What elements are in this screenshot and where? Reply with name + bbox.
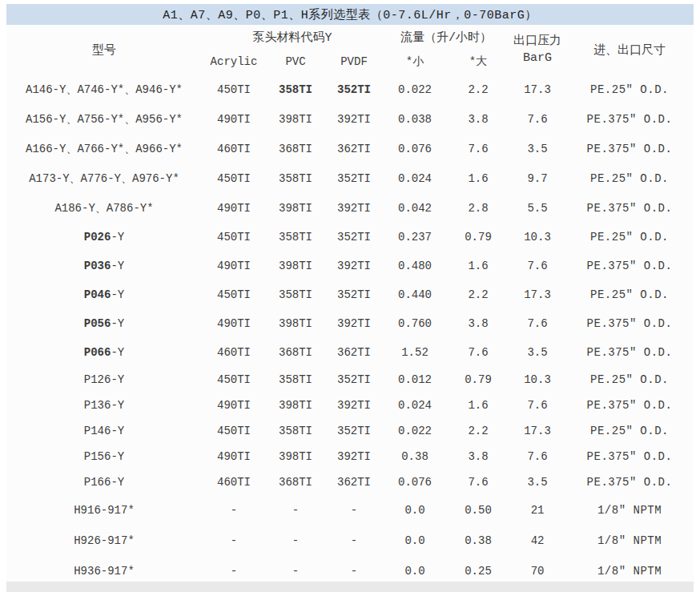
- pvc-cell: 398TI: [266, 104, 325, 134]
- pressure-cell: 7.6: [509, 444, 565, 469]
- flow-min-cell: 0.012: [383, 367, 447, 393]
- acrylic-cell: -: [202, 526, 266, 556]
- flow-min-cell: 0.440: [383, 280, 447, 309]
- model-text: A156-Y、A756-Y*、A956-Y*: [26, 113, 183, 126]
- acrylic-cell: 450TI: [202, 280, 266, 309]
- col-header-size: 进、出口尺寸: [565, 25, 694, 75]
- flow-min-cell: 0.0: [383, 526, 447, 556]
- pvc-cell: 358TI: [266, 223, 325, 252]
- model-cell: A186-Y、A786-Y*: [6, 193, 202, 223]
- table-row: P066-Y460TI368TI362TI1.527.63.5PE.375″ O…: [6, 338, 694, 367]
- pvdf-cell: 352TI: [325, 75, 383, 104]
- table-row: P026-Y450TI358TI352TI0.2370.7910.3PE.25″…: [6, 223, 694, 252]
- model-text: P046: [84, 288, 111, 301]
- table-row: A156-Y、A756-Y*、A956-Y*490TI398TI392TI0.0…: [6, 104, 694, 134]
- model-text: H916-917*: [74, 504, 135, 517]
- size-cell: PE.25″ O.D.: [565, 280, 694, 309]
- pressure-cell: 7.6: [509, 104, 565, 134]
- size-cell: PE.375″ O.D.: [565, 393, 694, 418]
- pvc-cell: 398TI: [266, 393, 325, 418]
- col-header-flow-min: *小: [383, 49, 447, 75]
- size-cell: PE.25″ O.D.: [565, 163, 694, 193]
- table-row: P056-Y490TI398TI392TI0.7603.87.6PE.375″ …: [6, 309, 694, 338]
- pressure-cell: 9.7: [509, 163, 565, 193]
- acrylic-cell: 490TI: [202, 252, 266, 280]
- pvdf-cell: 352TI: [325, 367, 383, 393]
- bottom-scrollbar-track[interactable]: [6, 582, 694, 592]
- pvc-cell: -: [266, 495, 325, 526]
- size-cell: PE.25″ O.D.: [565, 367, 694, 393]
- model-cell: A146-Y、A746-Y*、A946-Y*: [6, 75, 202, 104]
- flow-max-cell: 2.2: [447, 418, 509, 444]
- table-sheet: A1、A7、A9、P0、P1、H系列选型表（0-7.6L/Hr，0-70BarG…: [6, 4, 694, 586]
- model-cell: P166-Y: [6, 469, 202, 495]
- flow-max-cell: 2.8: [447, 193, 509, 223]
- pressure-cell: 3.5: [509, 134, 565, 163]
- pvdf-cell: 362TI: [325, 469, 383, 495]
- pvc-cell: 398TI: [266, 444, 325, 469]
- model-text: -Y: [111, 317, 124, 330]
- col-header-pressure-line1: 出口压力: [509, 33, 565, 50]
- col-header-model: 型号: [6, 25, 202, 75]
- model-text: P026: [84, 231, 111, 244]
- acrylic-cell: 450TI: [202, 367, 266, 393]
- acrylic-cell: 450TI: [202, 223, 266, 252]
- model-text: -Y: [111, 346, 124, 359]
- size-cell: PE.375″ O.D.: [565, 104, 694, 134]
- model-text: A166-Y、A766-Y*、A966-Y*: [26, 143, 183, 155]
- model-text: P136-Y: [84, 399, 124, 412]
- pressure-cell: 17.3: [509, 75, 565, 104]
- pvc-cell: 398TI: [266, 193, 325, 223]
- acrylic-cell: 490TI: [202, 193, 266, 223]
- table-row: P046-Y450TI358TI352TI0.4402.217.3PE.25″ …: [6, 280, 694, 309]
- table-row: P136-Y490TI398TI392TI0.0241.67.6PE.375″ …: [6, 393, 694, 418]
- flow-min-cell: 0.022: [383, 75, 447, 104]
- flow-min-cell: 1.52: [383, 338, 447, 367]
- table-row: A186-Y、A786-Y*490TI398TI392TI0.0422.85.5…: [6, 193, 694, 223]
- pvdf-cell: -: [325, 526, 383, 556]
- size-cell: PE.375″ O.D.: [565, 469, 694, 495]
- pressure-cell: 3.5: [509, 338, 565, 367]
- pvc-cell: 358TI: [266, 280, 325, 309]
- acrylic-cell: 490TI: [202, 393, 266, 418]
- pressure-cell: 21: [509, 495, 565, 526]
- pressure-cell: 7.6: [509, 309, 565, 338]
- flow-min-cell: 0.38: [383, 444, 447, 469]
- col-header-material-group: 泵头材料代码Y: [202, 25, 383, 49]
- model-cell: P066-Y: [6, 338, 202, 367]
- acrylic-cell: 460TI: [202, 469, 266, 495]
- acrylic-cell: 450TI: [202, 163, 266, 193]
- model-text: A146-Y、A746-Y*、A946-Y*: [26, 83, 183, 96]
- size-cell: PE.375″ O.D.: [565, 193, 694, 223]
- table-row: P126-Y450TI358TI352TI0.0120.7910.3PE.25″…: [6, 367, 694, 393]
- size-cell: PE.375″ O.D.: [565, 134, 694, 163]
- acrylic-cell: 490TI: [202, 104, 266, 134]
- table-row: A146-Y、A746-Y*、A946-Y*450TI358TI352TI0.0…: [6, 75, 694, 104]
- table-row: P036-Y490TI398TI392TI0.4801.67.6PE.375″ …: [6, 252, 694, 280]
- model-cell: A173-Y、A776-Y、A976-Y*: [6, 163, 202, 193]
- model-cell: P156-Y: [6, 444, 202, 469]
- pressure-cell: 17.3: [509, 418, 565, 444]
- model-text: A173-Y、A776-Y、A976-Y*: [29, 172, 179, 185]
- pvdf-cell: -: [325, 495, 383, 526]
- flow-min-cell: 0.760: [383, 309, 447, 338]
- size-cell: 1/8″ NPTM: [565, 526, 694, 556]
- table-row: H916-917*---0.00.50211/8″ NPTM: [6, 495, 694, 526]
- flow-max-cell: 1.6: [447, 163, 509, 193]
- flow-max-cell: 2.2: [447, 280, 509, 309]
- col-header-flow-max: *大: [447, 49, 509, 75]
- pvc-cell: 368TI: [266, 338, 325, 367]
- model-cell: P046-Y: [6, 280, 202, 309]
- col-header-flow-group: 流量（升/小时）: [383, 25, 509, 49]
- pump-selection-table: 型号 泵头材料代码Y 流量（升/小时） 出口压力 BarG 进、出口尺寸 Acr…: [6, 25, 694, 586]
- pvdf-cell: 392TI: [325, 104, 383, 134]
- acrylic-cell: 450TI: [202, 418, 266, 444]
- model-text: H936-917*: [74, 565, 135, 578]
- flow-min-cell: 0.024: [383, 163, 447, 193]
- model-text: P126-Y: [84, 373, 124, 386]
- pressure-cell: 17.3: [509, 280, 565, 309]
- flow-max-cell: 0.50: [447, 495, 509, 526]
- pvdf-cell: 392TI: [325, 393, 383, 418]
- flow-max-cell: 0.79: [447, 223, 509, 252]
- flow-min-cell: 0.237: [383, 223, 447, 252]
